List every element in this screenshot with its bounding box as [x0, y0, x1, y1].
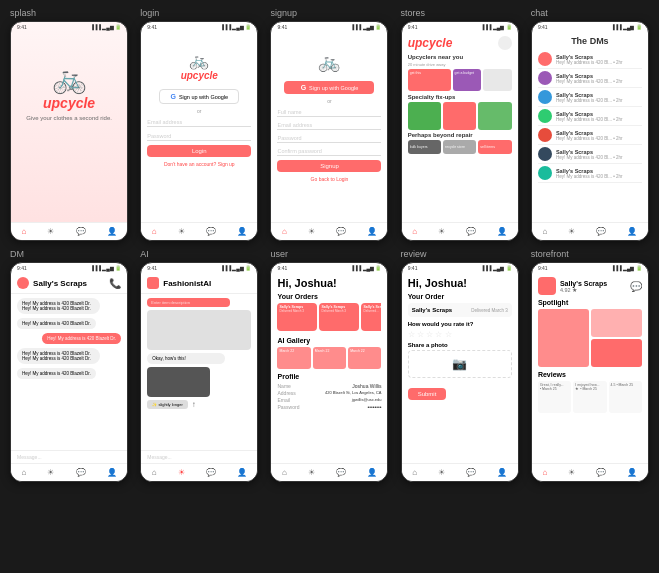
- gallery-item-2[interactable]: March 22: [313, 347, 346, 369]
- nav-person-icon[interactable]: 👤: [107, 227, 117, 236]
- spec-card-3[interactable]: [478, 102, 511, 130]
- login-sign-up-link[interactable]: Sign up: [218, 161, 235, 167]
- login-email-field[interactable]: Email address: [147, 117, 251, 127]
- user-nav-chat[interactable]: 💬: [336, 468, 346, 477]
- stores-nav-person[interactable]: 👤: [497, 227, 507, 236]
- review-submit-button[interactable]: Submit: [408, 388, 447, 400]
- signup-nav-sun[interactable]: ☀: [308, 227, 315, 236]
- review-card-1[interactable]: Great, I really... • March 25: [538, 381, 571, 413]
- spotlight-item-2[interactable]: [591, 309, 642, 337]
- review-stars[interactable]: ☆ ☆ ☆ ☆ ☆: [408, 330, 512, 339]
- stores-nav-chat[interactable]: 💬: [466, 227, 476, 236]
- ai-generate-btn[interactable]: ✨ slightly longer: [147, 400, 188, 409]
- login-password-field[interactable]: Password: [147, 131, 251, 141]
- dm-item-1[interactable]: Sally's Scraps Hey! My address is 420 Bl…: [538, 50, 642, 69]
- user-nav-person[interactable]: 👤: [367, 468, 377, 477]
- review-nav-person[interactable]: 👤: [497, 468, 507, 477]
- order-card-3[interactable]: Sally's Scra... Delivered...: [361, 303, 381, 331]
- dm-item-6[interactable]: Sally's Scraps Hey! My address is 420 Bl…: [538, 145, 642, 164]
- nav-home-icon[interactable]: ⌂: [22, 227, 27, 236]
- dm-item-7[interactable]: Sally's Scraps Hey! My address is 420 Bl…: [538, 164, 642, 183]
- storefront-nav-sun[interactable]: ☀: [568, 468, 575, 477]
- storefront-nav-person[interactable]: 👤: [627, 468, 637, 477]
- user-nav-home[interactable]: ⌂: [282, 468, 287, 477]
- storefront-nav-chat[interactable]: 💬: [596, 468, 606, 477]
- login-nav-sun[interactable]: ☀: [178, 227, 185, 236]
- bulk-buyers-card[interactable]: bulk buyers: [408, 140, 441, 154]
- login-email-placeholder: Email address: [147, 119, 182, 125]
- signup-email-field[interactable]: Email address: [277, 120, 381, 130]
- store-card-3[interactable]: [483, 69, 512, 91]
- spec-card-1[interactable]: [408, 102, 441, 130]
- store-card-2[interactable]: get a budget: [453, 69, 482, 91]
- gallery-item-3[interactable]: March 22: [348, 347, 381, 369]
- star-4[interactable]: ☆: [435, 330, 442, 339]
- dm-item-3[interactable]: Sally's Scraps Hey! My address is 420 Bl…: [538, 88, 642, 107]
- signup-google-button[interactable]: G Sign up with Google: [284, 81, 374, 94]
- login-nav-chat[interactable]: 💬: [206, 227, 216, 236]
- storefront-nav-home[interactable]: ⌂: [542, 468, 547, 477]
- ai-share-icon[interactable]: ↑: [192, 400, 196, 409]
- ai-prompt-card[interactable]: Enter item description: [147, 298, 230, 307]
- nav-sun-icon[interactable]: ☀: [47, 227, 54, 236]
- store-card-1[interactable]: get this: [408, 69, 451, 91]
- ai-nav-sun[interactable]: ☀: [178, 468, 185, 477]
- signup-nav-home[interactable]: ⌂: [282, 227, 287, 236]
- chat-signal: ▐▐▐ ▂▄▆ 🔋: [611, 24, 642, 30]
- dm-message-input[interactable]: Message...: [11, 450, 127, 463]
- signup-nav-chat[interactable]: 💬: [336, 227, 346, 236]
- dm-nav-chat[interactable]: 💬: [76, 468, 86, 477]
- review-card-2[interactable]: I enjoyed how... ★ • March 25: [573, 381, 606, 413]
- star-2[interactable]: ☆: [417, 330, 424, 339]
- chat-nav-person[interactable]: 👤: [627, 227, 637, 236]
- dm-nav-sun[interactable]: ☀: [47, 468, 54, 477]
- dm-nav-home[interactable]: ⌂: [22, 468, 27, 477]
- star-5[interactable]: ☆: [445, 330, 452, 339]
- ai-message-input[interactable]: Message...: [141, 450, 257, 463]
- chat-nav-chat[interactable]: 💬: [596, 227, 606, 236]
- chat-bottom-nav: ⌂ ☀ 💬 👤: [532, 222, 648, 240]
- star-3[interactable]: ☆: [426, 330, 433, 339]
- order-card-1[interactable]: Sally's Scraps Delivered March 3: [277, 303, 317, 331]
- signup-fullname-field[interactable]: Full name: [277, 107, 381, 117]
- review-nav-chat[interactable]: 💬: [466, 468, 476, 477]
- dm-nav-person[interactable]: 👤: [107, 468, 117, 477]
- login-nav-home[interactable]: ⌂: [152, 227, 157, 236]
- dm-item-5[interactable]: Sally's Scraps Hey! My address is 420 Bl…: [538, 126, 642, 145]
- signup-password-field[interactable]: Password: [277, 133, 381, 143]
- spotlight-item-3[interactable]: [591, 339, 642, 367]
- spotlight-item-main[interactable]: [538, 309, 589, 367]
- ai-nav-home[interactable]: ⌂: [152, 468, 157, 477]
- dm-item-2[interactable]: Sally's Scraps Hey! My address is 420 Bl…: [538, 69, 642, 88]
- stores-nav-sun[interactable]: ☀: [438, 227, 445, 236]
- spec-card-2[interactable]: [443, 102, 476, 130]
- chat-nav-sun[interactable]: ☀: [568, 227, 575, 236]
- ai-nav-person[interactable]: 👤: [237, 468, 247, 477]
- stores-nav-home[interactable]: ⌂: [412, 227, 417, 236]
- review-photo-box[interactable]: 📷: [408, 350, 512, 378]
- login-nav-person[interactable]: 👤: [237, 227, 247, 236]
- user-nav-sun[interactable]: ☀: [308, 468, 315, 477]
- review-card-3[interactable]: 4.5 • March 25: [609, 381, 642, 413]
- storefront-message-icon[interactable]: 💬: [630, 281, 642, 292]
- sell-items-card[interactable]: sell items: [478, 140, 511, 154]
- login-google-button[interactable]: G Sign up with Google: [159, 89, 239, 104]
- user-order-cards: Sally's Scraps Delivered March 3 Sally's…: [277, 303, 381, 331]
- signup-confirm-field[interactable]: Confirm password: [277, 146, 381, 156]
- star-1[interactable]: ☆: [408, 330, 415, 339]
- recycle-store-card[interactable]: recycle store: [443, 140, 476, 154]
- nav-chat-icon[interactable]: 💬: [76, 227, 86, 236]
- signup-back-link[interactable]: Go back to Login: [277, 176, 381, 182]
- storefront-phone: 9:41 ▐▐▐ ▂▄▆ 🔋 Sally's Scraps 4.92 ★ 💬 S…: [531, 262, 649, 482]
- dm-phone-icon[interactable]: 📞: [109, 278, 121, 289]
- review-nav-home[interactable]: ⌂: [412, 468, 417, 477]
- dm-item-4[interactable]: Sally's Scraps Hey! My address is 420 Bl…: [538, 107, 642, 126]
- login-button[interactable]: Login: [147, 145, 251, 157]
- gallery-item-1[interactable]: March 22: [277, 347, 310, 369]
- ai-nav-chat[interactable]: 💬: [206, 468, 216, 477]
- order-card-2[interactable]: Sally's Scraps Delivered March 3: [319, 303, 359, 331]
- signup-button[interactable]: Signup: [277, 160, 381, 172]
- chat-nav-home[interactable]: ⌂: [542, 227, 547, 236]
- review-nav-sun[interactable]: ☀: [438, 468, 445, 477]
- signup-nav-person[interactable]: 👤: [367, 227, 377, 236]
